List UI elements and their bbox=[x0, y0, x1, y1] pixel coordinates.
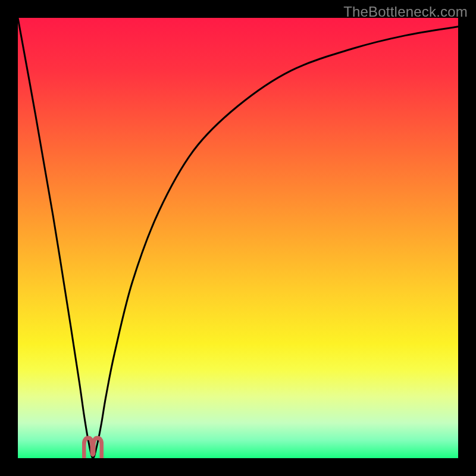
plot-area bbox=[18, 18, 458, 458]
outer-frame: TheBottleneck.com bbox=[0, 0, 476, 476]
bottleneck-curve bbox=[18, 18, 458, 458]
optimum-marker bbox=[82, 434, 104, 458]
